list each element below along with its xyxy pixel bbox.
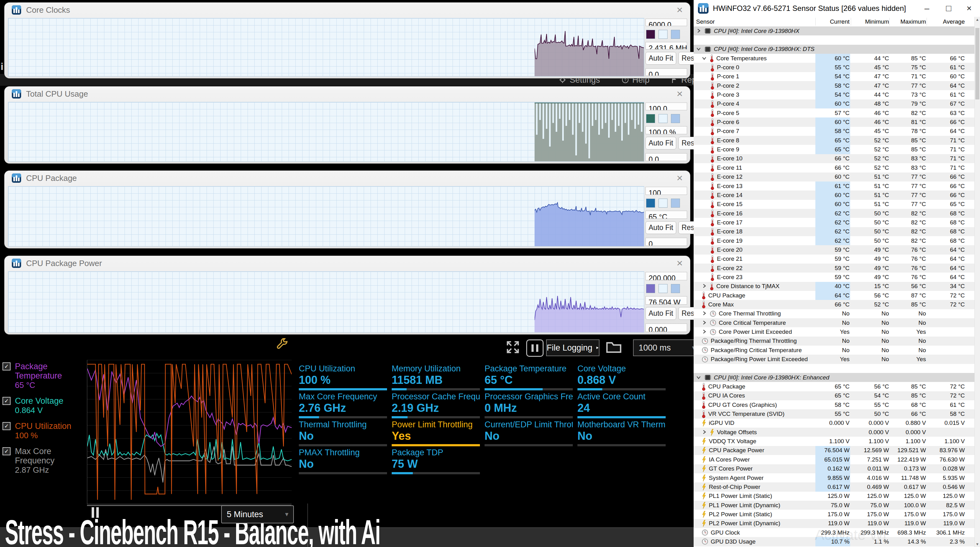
sensor-row[interactable]: Core Temperatures 60 °C 44 °C 85 °C 66 °… bbox=[694, 54, 975, 63]
close-icon[interactable]: × bbox=[676, 258, 683, 268]
close-icon[interactable]: × bbox=[676, 4, 683, 15]
sensor-row[interactable]: CPU GT Cores (Graphics) 58 °C 55 °C 68 °… bbox=[694, 400, 975, 409]
chevron-right-icon[interactable] bbox=[702, 329, 708, 335]
sensor-table-header[interactable]: SensorCurrentMinimumMaximumAverage bbox=[694, 17, 975, 27]
graph-window-titlebar[interactable]: CPU Package bbox=[4, 171, 690, 185]
scale-max-field[interactable]: 100 bbox=[646, 187, 687, 195]
chevron-down-icon[interactable] bbox=[696, 46, 702, 52]
sensor-row[interactable]: Core Max 66 °C 52 °C 85 °C 72 °C bbox=[694, 300, 975, 309]
sensor-row[interactable]: CPU Package 65 °C 56 °C 85 °C 72 °C bbox=[694, 382, 975, 391]
sensor-row[interactable]: P-core 1 54 °C 47 °C 71 °C 60 °C bbox=[694, 72, 975, 81]
sensor-row[interactable]: E-core 12 60 °C 51 °C 77 °C 66 °C bbox=[694, 172, 975, 182]
sensor-row[interactable]: E-core 9 65 °C 52 °C 85 °C 71 °C bbox=[694, 145, 975, 154]
sensor-row[interactable]: E-core 15 60 °C 51 °C 77 °C 65 °C bbox=[694, 200, 975, 209]
sensor-row[interactable]: VR VCC Temperature (SVID) 55 °C 50 °C 66… bbox=[694, 409, 975, 418]
scroll-up-icon[interactable]: ▲ bbox=[975, 18, 980, 22]
sensor-row[interactable]: Core Critical Temperature No No No bbox=[694, 318, 975, 327]
sensor-row[interactable]: E-core 8 65 °C 52 °C 85 °C 71 °C bbox=[694, 136, 975, 145]
sensor-row[interactable]: E-core 10 66 °C 52 °C 83 °C 71 °C bbox=[694, 154, 975, 163]
close-button[interactable]: × bbox=[959, 0, 979, 17]
sensor-row[interactable]: PL1 Power Limit (Dynamic) 75.0 W 75.0 W … bbox=[694, 501, 975, 510]
series-color-swatch[interactable] bbox=[646, 114, 655, 123]
wrench-icon[interactable] bbox=[276, 338, 288, 351]
sensor-row[interactable]: E-core 18 62 °C 50 °C 82 °C 68 °C bbox=[694, 227, 975, 236]
chevron-right-icon[interactable] bbox=[702, 320, 708, 326]
sensor-row[interactable]: CPU IA Cores 65 °C 54 °C 85 °C 72 °C bbox=[694, 391, 975, 400]
graph-window-titlebar[interactable]: Core Clocks bbox=[4, 3, 690, 18]
sensor-row[interactable]: VDDQ TX Voltage 1.100 V 1.100 V 1.100 V … bbox=[694, 437, 975, 446]
column-sensor[interactable]: Sensor bbox=[696, 18, 715, 25]
background-color-swatch[interactable] bbox=[659, 199, 668, 207]
timespan-dropdown[interactable]: 5 Minutes ▼ bbox=[221, 506, 294, 523]
sensor-row[interactable]: Core Distance to TjMAX 40 °C 15 °C 56 °C… bbox=[694, 282, 975, 291]
column-minimum[interactable]: Minimum bbox=[865, 18, 889, 25]
sensor-row[interactable]: P-core 0 55 °C 45 °C 75 °C 61 °C bbox=[694, 63, 975, 72]
series-color-swatch[interactable] bbox=[646, 199, 655, 207]
auto-fit-button[interactable]: Auto Fit bbox=[646, 137, 676, 150]
background-color-swatch[interactable] bbox=[659, 30, 668, 39]
scroll-down-icon[interactable]: ▼ bbox=[975, 542, 980, 546]
sensor-row[interactable]: IA Cores Power 65.015 W 7.251 W 122.419 … bbox=[694, 455, 975, 464]
sensor-row[interactable]: P-core 4 60 °C 48 °C 79 °C 67 °C bbox=[694, 99, 975, 108]
sensor-row[interactable]: Package/Ring Power Limit Exceeded Yes No… bbox=[694, 355, 975, 364]
column-maximum[interactable]: Maximum bbox=[900, 18, 926, 25]
legend-checkbox[interactable]: ✓ bbox=[3, 397, 11, 405]
legend-checkbox[interactable]: ✓ bbox=[3, 422, 11, 430]
auto-fit-button[interactable]: Auto Fit bbox=[646, 307, 676, 320]
scrollbar-thumb[interactable] bbox=[975, 28, 979, 99]
chevron-right-icon[interactable] bbox=[696, 28, 702, 34]
sensor-row[interactable]: Core Power Limit Exceeded Yes No Yes bbox=[694, 327, 975, 336]
grid-color-swatch[interactable] bbox=[671, 114, 680, 123]
sensor-row[interactable]: E-core 19 62 °C 50 °C 82 °C 68 °C bbox=[694, 236, 975, 245]
sensor-row[interactable]: P-core 6 60 °C 46 °C 81 °C 66 °C bbox=[694, 118, 975, 126]
chevron-down-icon[interactable] bbox=[702, 55, 708, 62]
sensor-row[interactable]: System Agent Power 9.855 W 4.016 W 11.74… bbox=[694, 473, 975, 482]
sensor-row[interactable]: P-core 7 58 °C 45 °C 78 °C 64 °C bbox=[694, 127, 975, 136]
sensor-row[interactable]: E-core 23 59 °C 49 °C 76 °C 64 °C bbox=[694, 273, 975, 282]
column-current[interactable]: Current bbox=[830, 18, 850, 25]
sensor-row[interactable]: Rest-of-Chip Power 0.617 W 0.469 W 0.617… bbox=[694, 482, 975, 491]
sensor-row[interactable]: PL2 Power Limit (Static) 175.0 W 175.0 W… bbox=[694, 510, 975, 519]
auto-fit-button[interactable]: Auto Fit bbox=[646, 52, 676, 65]
maximize-button[interactable]: □ bbox=[939, 0, 958, 17]
series-color-swatch[interactable] bbox=[646, 284, 655, 293]
background-color-swatch[interactable] bbox=[659, 114, 668, 123]
grid-color-swatch[interactable] bbox=[671, 199, 680, 207]
minimize-button[interactable]: – bbox=[917, 0, 937, 17]
background-color-swatch[interactable] bbox=[659, 284, 668, 293]
vertical-scrollbar[interactable]: ▲ ▼ bbox=[974, 17, 980, 547]
sensor-group-row[interactable]: CPU [#0]: Intel Core i9-13980HX bbox=[694, 26, 975, 35]
chevron-right-icon[interactable] bbox=[702, 283, 708, 289]
sensor-row[interactable]: E-core 22 59 °C 49 °C 76 °C 64 °C bbox=[694, 263, 975, 273]
sensor-row[interactable]: GT Cores Power 0.162 W 0.011 W 0.173 W 0… bbox=[694, 464, 975, 473]
sensor-row[interactable]: iGPU VID 0.000 V 0.000 V 0.880 V 0.015 V bbox=[694, 419, 975, 427]
chevron-down-icon[interactable] bbox=[696, 375, 702, 381]
scale-max-field[interactable]: 6000.0 bbox=[646, 19, 687, 26]
sensor-row[interactable]: E-core 11 66 °C 52 °C 83 °C 71 °C bbox=[694, 163, 975, 172]
hwinfo-titlebar[interactable]: HWiNFO32 v7.66-5271 Sensor Status [266 v… bbox=[694, 0, 980, 17]
scale-min-field[interactable]: 0.0 bbox=[646, 153, 687, 161]
sensor-row[interactable]: Voltage Offsets 0.000 V 0.000 V bbox=[694, 427, 975, 437]
sensor-group-row[interactable]: CPU [#0]: Intel Core i9-13980HX: Enhance… bbox=[694, 373, 975, 382]
sensor-row[interactable]: P-core 3 54 °C 44 °C 73 °C 61 °C bbox=[694, 90, 975, 99]
legend-checkbox[interactable]: ✓ bbox=[3, 447, 11, 455]
sensor-row[interactable]: E-core 13 61 °C 51 °C 77 °C 66 °C bbox=[694, 182, 975, 191]
sensor-row[interactable]: PL1 Power Limit (Static) 125.0 W 125.0 W… bbox=[694, 492, 975, 501]
scale-min-field[interactable]: 0 bbox=[646, 238, 687, 246]
scale-min-field[interactable]: 0.0 bbox=[646, 69, 687, 76]
auto-fit-button[interactable]: Auto Fit bbox=[646, 221, 676, 234]
close-icon[interactable]: × bbox=[676, 172, 683, 183]
scale-min-field[interactable]: 0.000 bbox=[646, 324, 687, 332]
sensor-row[interactable]: CPU Package 64 °C 56 °C 87 °C 72 °C bbox=[694, 291, 975, 300]
sensor-row[interactable]: Package/Ring Thermal Throttling No No No bbox=[694, 336, 975, 346]
scale-max-field[interactable]: 200.000 bbox=[646, 272, 687, 280]
sensor-row[interactable]: E-core 21 59 °C 49 °C 76 °C 64 °C bbox=[694, 255, 975, 263]
sensor-group-row[interactable]: CPU [#0]: Intel Core i9-13980HX: DTS bbox=[694, 45, 975, 54]
graph-window-titlebar[interactable]: CPU Package Power bbox=[4, 256, 690, 271]
close-icon[interactable]: × bbox=[676, 88, 683, 99]
column-average[interactable]: Average bbox=[943, 18, 965, 25]
sensor-row[interactable]: E-core 20 59 °C 49 °C 76 °C 64 °C bbox=[694, 245, 975, 254]
chevron-right-icon[interactable] bbox=[702, 311, 708, 317]
grid-color-swatch[interactable] bbox=[671, 30, 680, 39]
sensor-row[interactable]: Core Thermal Throttling No No No bbox=[694, 309, 975, 318]
